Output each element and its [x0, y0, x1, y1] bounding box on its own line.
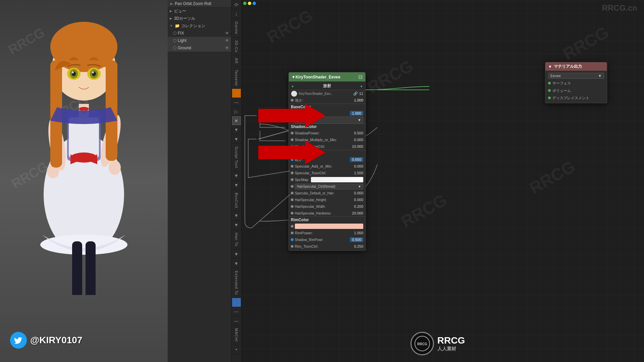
side-btn-down6[interactable]: ▼	[232, 221, 241, 230]
dropdown-hairspecular[interactable]: HairSpecular_Ctrl(Nomal) ▼	[295, 184, 363, 189]
tree-item-pan-orbit[interactable]: ▶ Pan Orbit Zoom Roll	[168, 0, 231, 7]
side-btn-down4[interactable]: ▼	[232, 181, 241, 190]
side-label-tesselat[interactable]: Tesselat	[233, 67, 240, 89]
svg-text:RRCG: RRCG	[417, 342, 427, 346]
tree-arrow-3dcursor: ▶	[170, 17, 172, 20]
side-label-sculpt[interactable]: Sculpt Tool	[233, 144, 240, 171]
side-btn-dash2[interactable]: —	[232, 307, 241, 316]
kirytoon-collapse-icon[interactable]: ▼	[291, 75, 296, 79]
tree-label-ground: Ground	[178, 46, 224, 50]
material-node-header: ▼ マテリアル出力	[545, 62, 607, 71]
eye-icon-light[interactable]: 👁	[225, 38, 229, 43]
tree-item-view[interactable]: ▶ ビュー	[168, 7, 231, 15]
value-hairspecular-hardness: 20.000	[352, 211, 363, 215]
side-btn-down1[interactable]: ▼	[232, 125, 241, 134]
link-value: 11	[359, 92, 363, 96]
tree-label-view: ビュー	[174, 8, 229, 14]
side-btn-down7[interactable]: ▼	[232, 249, 241, 259]
side-label-3dco[interactable]: 3D-Co	[233, 38, 240, 56]
dot-specular-addmix	[291, 165, 293, 168]
svg-point-23	[72, 71, 74, 73]
visibility-dot-ground	[173, 46, 176, 50]
label-rim-toonctrl: Rim_ToonCtrl:	[295, 244, 353, 248]
eye-icon-fix[interactable]: 👁	[225, 31, 229, 36]
eye-icon-ground[interactable]: 👁	[225, 46, 229, 50]
spcmap-color-bar[interactable]	[311, 177, 363, 182]
tree-label-fix: FIX	[178, 31, 224, 36]
label-hairspecular-hardness: HairSpecular_Hardness:	[295, 212, 351, 215]
dot-yellow	[248, 2, 251, 5]
side-label-ar[interactable]: AR	[233, 55, 240, 67]
section-rimcolor: RimColor	[289, 217, 365, 223]
eevee-dropdown[interactable]: Eevee ▼	[548, 73, 604, 79]
dot-hairspecular	[291, 185, 293, 188]
svg-point-1	[40, 235, 127, 255]
twitter-username: @KIRY0107	[30, 335, 82, 346]
side-btn-down3[interactable]: ▼	[232, 171, 241, 181]
label-surface: サーフェス	[552, 81, 571, 86]
row-spcmap: SpcMap	[289, 176, 365, 183]
dot-shadow-rimpowr	[291, 238, 293, 241]
material-row-volume: ボリューム	[545, 87, 607, 94]
tree-label-collection: コレクション	[181, 23, 229, 29]
label-hairspecular-width: HairSpecular_Width:	[295, 205, 353, 208]
side-btn-down2[interactable]: ▼	[232, 134, 241, 144]
rimcolor-color-bar[interactable]	[295, 224, 363, 229]
red-arrows-container	[258, 104, 325, 164]
row-strength: 強さ: 1.000	[289, 97, 365, 104]
material-node-body: Eevee ▼ サーフェス ボリューム ディスプレイスメント	[545, 71, 607, 103]
red-arrow-1	[258, 104, 325, 127]
kirytoon-menu-icon[interactable]: ⊟	[358, 74, 363, 80]
material-collapse-icon[interactable]: ▼	[548, 64, 552, 69]
kirytoon-node-header: ▼ KiryToonShader_Eevee ⊟	[289, 72, 365, 81]
row-hairspecular-dropdown: HairSpecular_Ctrl(Nomal) ▼	[289, 183, 365, 190]
side-btn-down8[interactable]: ▼	[232, 259, 241, 268]
link-icon: 🔗	[353, 92, 358, 96]
tree-item-3dcursor[interactable]: ▶ 3Dカーソル	[168, 15, 231, 22]
main-container: RRCG RRCG RRCG RRCG	[0, 0, 644, 362]
label-displacement: ディスプレイスメント	[552, 96, 589, 101]
dropdown-normal-arrow: ▼	[358, 118, 361, 122]
radiation-dot-right: ●	[360, 84, 363, 88]
side-btn-down5[interactable]: ▼	[232, 211, 241, 221]
viewport: RRCG RRCG RRCG RRCG	[0, 0, 168, 362]
side-btn-dash[interactable]: —	[232, 98, 241, 107]
side-label-extended[interactable]: Extended To	[233, 268, 240, 298]
orange-square-btn[interactable]	[232, 89, 241, 98]
row-hairspecular-width: HairSpecular_Width: 0.200	[289, 203, 365, 210]
label-rimpower: RimPower:	[295, 231, 353, 235]
side-btn-arrow-r[interactable]: ▷	[232, 107, 241, 116]
tree-item-fix[interactable]: FIX 👁	[168, 29, 231, 37]
dot-rim-toonctrl	[291, 245, 293, 248]
dot-volume	[548, 89, 551, 92]
kirytoon-ball-icon: ⚪	[291, 90, 298, 97]
side-btn-small-square[interactable]: ▪	[232, 345, 241, 354]
side-btn-1[interactable]: ⟳	[232, 0, 241, 9]
material-title: マテリアル出力	[554, 64, 604, 69]
label-specular-defaulthair: Specular_Default_or_Hair:	[295, 191, 353, 195]
value-strength: 1.000	[350, 98, 363, 102]
kirytoon-sub-label: KiryToonShader_Eev...	[299, 92, 333, 96]
twitter-handle: @KIRY0107	[10, 332, 82, 349]
tree-label-pan-orbit: Pan Orbit Zoom Roll	[175, 1, 229, 6]
side-label-garme[interactable]: Garme	[233, 19, 240, 38]
tree-item-light[interactable]: Light 👁	[168, 37, 231, 44]
blue-square-btn[interactable]	[232, 298, 241, 307]
dot-rimpower	[291, 232, 293, 234]
x-close-btn[interactable]: ✕	[232, 116, 241, 125]
side-label-hairto[interactable]: Hair To	[233, 230, 240, 250]
dot-hairspecular-width	[291, 205, 293, 208]
side-btn-2[interactable]: ↕	[232, 9, 241, 19]
rrcg-logo: RRCG RRCG 人人素材	[411, 332, 465, 355]
tree-item-collection[interactable]: ▼ 📁 コレクション	[168, 22, 231, 29]
tree-arrow-collection: ▼	[170, 24, 173, 27]
side-label-boxcutt[interactable]: BoxCutt	[233, 190, 240, 211]
eevee-dropdown-value: Eevee	[550, 74, 561, 78]
visibility-dot-fix	[173, 32, 176, 35]
side-btn-dash3[interactable]: —	[232, 316, 241, 325]
material-row-displacement: ディスプレイスメント	[545, 94, 607, 102]
kirytoon-title: KiryToonShader_Eevee	[296, 75, 358, 79]
value-rim-toonctrl: 0.250	[354, 244, 363, 248]
tree-item-ground[interactable]: Ground 👁	[168, 44, 231, 52]
side-label-machi[interactable]: MACHI	[233, 325, 240, 345]
